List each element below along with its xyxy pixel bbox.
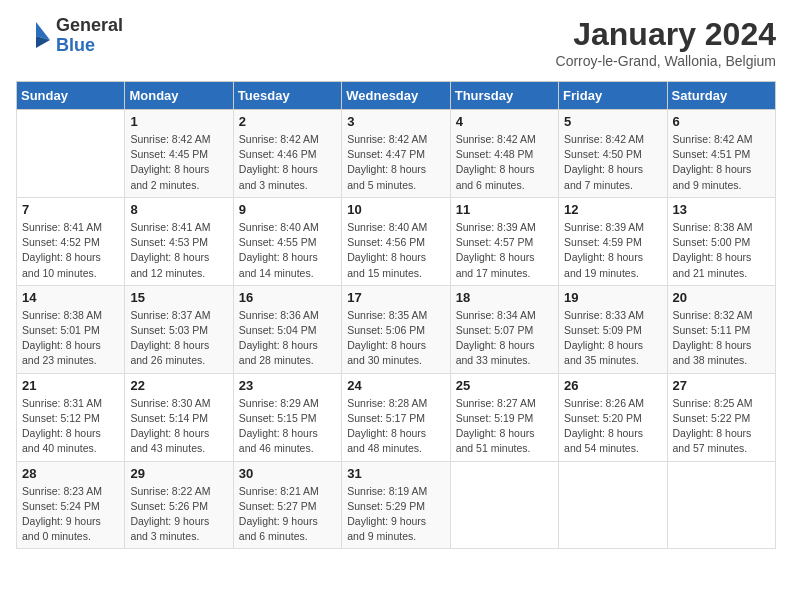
calendar-cell: 17Sunrise: 8:35 AMSunset: 5:06 PMDayligh…: [342, 285, 450, 373]
day-info: Sunrise: 8:28 AMSunset: 5:17 PMDaylight:…: [347, 396, 444, 457]
calendar-cell: [17, 110, 125, 198]
day-info: Sunrise: 8:42 AMSunset: 4:48 PMDaylight:…: [456, 132, 553, 193]
calendar-cell: 28Sunrise: 8:23 AMSunset: 5:24 PMDayligh…: [17, 461, 125, 549]
calendar-cell: 9Sunrise: 8:40 AMSunset: 4:55 PMDaylight…: [233, 197, 341, 285]
day-number: 6: [673, 114, 770, 129]
weekday-header: Thursday: [450, 82, 558, 110]
calendar-cell: 2Sunrise: 8:42 AMSunset: 4:46 PMDaylight…: [233, 110, 341, 198]
day-number: 12: [564, 202, 661, 217]
calendar-body: 1Sunrise: 8:42 AMSunset: 4:45 PMDaylight…: [17, 110, 776, 549]
day-number: 2: [239, 114, 336, 129]
calendar-cell: 13Sunrise: 8:38 AMSunset: 5:00 PMDayligh…: [667, 197, 775, 285]
calendar-cell: 30Sunrise: 8:21 AMSunset: 5:27 PMDayligh…: [233, 461, 341, 549]
day-info: Sunrise: 8:41 AMSunset: 4:52 PMDaylight:…: [22, 220, 119, 281]
day-info: Sunrise: 8:40 AMSunset: 4:56 PMDaylight:…: [347, 220, 444, 281]
calendar-cell: 15Sunrise: 8:37 AMSunset: 5:03 PMDayligh…: [125, 285, 233, 373]
location-subtitle: Corroy-le-Grand, Wallonia, Belgium: [556, 53, 776, 69]
day-info: Sunrise: 8:42 AMSunset: 4:45 PMDaylight:…: [130, 132, 227, 193]
weekday-header: Tuesday: [233, 82, 341, 110]
day-number: 1: [130, 114, 227, 129]
calendar-cell: 18Sunrise: 8:34 AMSunset: 5:07 PMDayligh…: [450, 285, 558, 373]
weekday-header: Saturday: [667, 82, 775, 110]
month-title: January 2024: [556, 16, 776, 53]
day-number: 9: [239, 202, 336, 217]
calendar-cell: 27Sunrise: 8:25 AMSunset: 5:22 PMDayligh…: [667, 373, 775, 461]
calendar-week-row: 21Sunrise: 8:31 AMSunset: 5:12 PMDayligh…: [17, 373, 776, 461]
calendar-cell: 16Sunrise: 8:36 AMSunset: 5:04 PMDayligh…: [233, 285, 341, 373]
calendar-cell: 14Sunrise: 8:38 AMSunset: 5:01 PMDayligh…: [17, 285, 125, 373]
day-number: 25: [456, 378, 553, 393]
day-info: Sunrise: 8:19 AMSunset: 5:29 PMDaylight:…: [347, 484, 444, 545]
page-header: General Blue January 2024 Corroy-le-Gran…: [16, 16, 776, 69]
day-info: Sunrise: 8:42 AMSunset: 4:47 PMDaylight:…: [347, 132, 444, 193]
calendar-cell: 5Sunrise: 8:42 AMSunset: 4:50 PMDaylight…: [559, 110, 667, 198]
calendar-cell: 25Sunrise: 8:27 AMSunset: 5:19 PMDayligh…: [450, 373, 558, 461]
calendar-cell: 21Sunrise: 8:31 AMSunset: 5:12 PMDayligh…: [17, 373, 125, 461]
calendar-cell: 23Sunrise: 8:29 AMSunset: 5:15 PMDayligh…: [233, 373, 341, 461]
calendar-cell: [450, 461, 558, 549]
calendar-cell: 31Sunrise: 8:19 AMSunset: 5:29 PMDayligh…: [342, 461, 450, 549]
day-number: 13: [673, 202, 770, 217]
calendar-cell: 3Sunrise: 8:42 AMSunset: 4:47 PMDaylight…: [342, 110, 450, 198]
day-number: 20: [673, 290, 770, 305]
day-info: Sunrise: 8:21 AMSunset: 5:27 PMDaylight:…: [239, 484, 336, 545]
calendar-cell: 26Sunrise: 8:26 AMSunset: 5:20 PMDayligh…: [559, 373, 667, 461]
day-info: Sunrise: 8:37 AMSunset: 5:03 PMDaylight:…: [130, 308, 227, 369]
day-info: Sunrise: 8:25 AMSunset: 5:22 PMDaylight:…: [673, 396, 770, 457]
weekday-header: Wednesday: [342, 82, 450, 110]
day-info: Sunrise: 8:31 AMSunset: 5:12 PMDaylight:…: [22, 396, 119, 457]
day-number: 23: [239, 378, 336, 393]
calendar-cell: [559, 461, 667, 549]
day-number: 24: [347, 378, 444, 393]
day-info: Sunrise: 8:23 AMSunset: 5:24 PMDaylight:…: [22, 484, 119, 545]
day-info: Sunrise: 8:34 AMSunset: 5:07 PMDaylight:…: [456, 308, 553, 369]
day-number: 15: [130, 290, 227, 305]
day-number: 16: [239, 290, 336, 305]
calendar-cell: 22Sunrise: 8:30 AMSunset: 5:14 PMDayligh…: [125, 373, 233, 461]
day-number: 3: [347, 114, 444, 129]
logo-general: General: [56, 16, 123, 36]
day-info: Sunrise: 8:26 AMSunset: 5:20 PMDaylight:…: [564, 396, 661, 457]
logo-blue: Blue: [56, 36, 123, 56]
day-info: Sunrise: 8:41 AMSunset: 4:53 PMDaylight:…: [130, 220, 227, 281]
calendar-cell: 6Sunrise: 8:42 AMSunset: 4:51 PMDaylight…: [667, 110, 775, 198]
day-number: 19: [564, 290, 661, 305]
day-number: 27: [673, 378, 770, 393]
calendar-cell: 10Sunrise: 8:40 AMSunset: 4:56 PMDayligh…: [342, 197, 450, 285]
day-number: 21: [22, 378, 119, 393]
calendar-cell: 4Sunrise: 8:42 AMSunset: 4:48 PMDaylight…: [450, 110, 558, 198]
day-info: Sunrise: 8:29 AMSunset: 5:15 PMDaylight:…: [239, 396, 336, 457]
calendar-cell: 19Sunrise: 8:33 AMSunset: 5:09 PMDayligh…: [559, 285, 667, 373]
day-number: 8: [130, 202, 227, 217]
calendar-week-row: 7Sunrise: 8:41 AMSunset: 4:52 PMDaylight…: [17, 197, 776, 285]
weekday-header: Monday: [125, 82, 233, 110]
day-number: 31: [347, 466, 444, 481]
day-number: 30: [239, 466, 336, 481]
day-info: Sunrise: 8:33 AMSunset: 5:09 PMDaylight:…: [564, 308, 661, 369]
calendar-cell: 24Sunrise: 8:28 AMSunset: 5:17 PMDayligh…: [342, 373, 450, 461]
day-info: Sunrise: 8:39 AMSunset: 4:57 PMDaylight:…: [456, 220, 553, 281]
day-info: Sunrise: 8:42 AMSunset: 4:51 PMDaylight:…: [673, 132, 770, 193]
calendar-week-row: 1Sunrise: 8:42 AMSunset: 4:45 PMDaylight…: [17, 110, 776, 198]
day-info: Sunrise: 8:27 AMSunset: 5:19 PMDaylight:…: [456, 396, 553, 457]
logo-text: General Blue: [56, 16, 123, 56]
day-number: 18: [456, 290, 553, 305]
weekday-row: SundayMondayTuesdayWednesdayThursdayFrid…: [17, 82, 776, 110]
logo-icon: [16, 18, 52, 54]
calendar-cell: 7Sunrise: 8:41 AMSunset: 4:52 PMDaylight…: [17, 197, 125, 285]
day-info: Sunrise: 8:36 AMSunset: 5:04 PMDaylight:…: [239, 308, 336, 369]
calendar-cell: 20Sunrise: 8:32 AMSunset: 5:11 PMDayligh…: [667, 285, 775, 373]
day-info: Sunrise: 8:32 AMSunset: 5:11 PMDaylight:…: [673, 308, 770, 369]
day-number: 29: [130, 466, 227, 481]
day-info: Sunrise: 8:39 AMSunset: 4:59 PMDaylight:…: [564, 220, 661, 281]
calendar-cell: 11Sunrise: 8:39 AMSunset: 4:57 PMDayligh…: [450, 197, 558, 285]
calendar-table: SundayMondayTuesdayWednesdayThursdayFrid…: [16, 81, 776, 549]
calendar-cell: 29Sunrise: 8:22 AMSunset: 5:26 PMDayligh…: [125, 461, 233, 549]
day-info: Sunrise: 8:38 AMSunset: 5:00 PMDaylight:…: [673, 220, 770, 281]
day-info: Sunrise: 8:42 AMSunset: 4:50 PMDaylight:…: [564, 132, 661, 193]
day-number: 26: [564, 378, 661, 393]
calendar-cell: 1Sunrise: 8:42 AMSunset: 4:45 PMDaylight…: [125, 110, 233, 198]
day-info: Sunrise: 8:30 AMSunset: 5:14 PMDaylight:…: [130, 396, 227, 457]
title-block: January 2024 Corroy-le-Grand, Wallonia, …: [556, 16, 776, 69]
day-number: 17: [347, 290, 444, 305]
